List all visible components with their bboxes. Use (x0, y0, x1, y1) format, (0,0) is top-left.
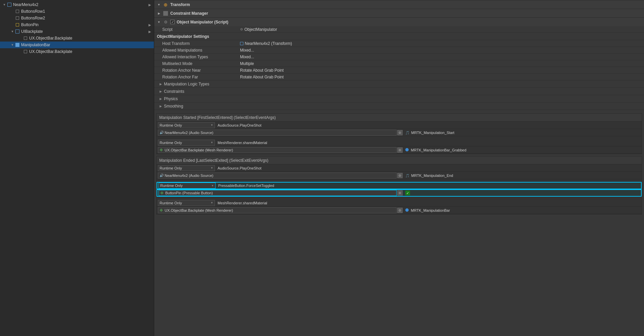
script-value: ⚙ ObjectManipulator (240, 27, 641, 32)
event-dropdown-me-3[interactable]: Runtime Only ▼ (158, 200, 215, 206)
constraints-header[interactable]: Constraints (154, 88, 644, 95)
smoothing-header[interactable]: Smoothing (154, 103, 644, 110)
tree-item-ux-objectbar-backplate-1[interactable]: UX.ObjectBar.Backplate (0, 35, 154, 42)
event-dropdown-ms-2-label: Runtime Only (160, 141, 182, 145)
event-object-field-ms-2[interactable]: UX.ObjectBar.Backplate (Mesh Renderer) (158, 147, 397, 153)
event-value-me-3: MRTK_ManipulationBar (403, 208, 641, 212)
chevron-manipulationbar (11, 43, 14, 47)
event-dropdown-me-2[interactable]: Runtime Only ▼ (159, 183, 216, 189)
script-property-row: Script ⚙ ObjectManipulator (154, 26, 644, 33)
event-function-me-3: MeshRenderer.sharedMaterial (216, 201, 640, 205)
buttonsrow1-icon (15, 9, 20, 14)
object-manipulator-section-header[interactable]: ⚙ Object Manipulator (Script) (154, 17, 644, 26)
event-dropdown-ms-2[interactable]: Runtime Only ▼ (158, 140, 215, 146)
chevron-nearmenu4x2 (3, 3, 6, 6)
host-transform-label: Host Transform (160, 41, 240, 46)
ux2-icon (23, 49, 28, 54)
expand-arrow-uibackplate: ▶ (149, 30, 151, 33)
constraint-icon (163, 11, 168, 16)
event-target-btn-me-3[interactable]: ⊙ (397, 208, 403, 213)
event-spacer-me-2 (157, 197, 642, 199)
event-object-row-me-1: 🔊 NearMenu4x2 (Audio Source) ⊙ 🎵 MRTK_Ma… (157, 172, 642, 179)
event-object-row-me-2: ButtonPin (Pressable Button) ⊙ ✓ (157, 189, 642, 197)
tree-item-uibackplate[interactable]: UIBackplate ▶ (0, 28, 154, 35)
event-target-btn-me-1[interactable]: ⊙ (397, 173, 403, 178)
transform-title: Transform (170, 2, 190, 7)
event-target-btn-me-2[interactable]: ⊙ (397, 190, 403, 196)
hierarchy-panel[interactable]: NearMenu4x2 ▶ ButtonsRow1 ButtonsRow2 Bu… (0, 0, 154, 336)
nearmenu4x2-label: NearMenu4x2 (13, 2, 38, 7)
ux1-icon (23, 36, 28, 41)
manipulation-logic-types-header[interactable]: Manipulation Logic Types (154, 80, 644, 88)
mesh-icon-me-2 (160, 191, 164, 195)
tree-item-buttonpin[interactable]: ButtonPin ▶ (0, 21, 154, 28)
event-dropdown-me-3-label: Runtime Only (160, 201, 182, 205)
constraint-section-header[interactable]: Constraint Manager (154, 9, 644, 17)
rotation-anchor-far-label: Rotation Anchor Far (160, 75, 240, 79)
event-object-me-2-label: ButtonPin (Pressable Button) (165, 191, 213, 195)
object-manipulator-icon: ⚙ (163, 19, 168, 25)
object-manipulator-toggle (157, 20, 161, 24)
event-object-field-me-3[interactable]: UX.ObjectBar.Backplate (Mesh Renderer) (158, 207, 397, 213)
multiselect-mode-value: Multiple (240, 61, 641, 66)
event-dropdown-ms-1-label: Runtime Only (160, 123, 182, 127)
event-function-ms-1: AudioSource.PlayOneShot (216, 123, 640, 127)
allowed-manipulations-row: Allowed Manipulations Mixed... (154, 47, 644, 54)
event-row-me-3: Runtime Only ▼ MeshRenderer.sharedMateri… (157, 199, 642, 207)
transform-toggle (157, 3, 161, 7)
event-object-row-me-3: UX.ObjectBar.Backplate (Mesh Renderer) ⊙… (157, 207, 642, 214)
script-label: Script (160, 27, 240, 32)
object-manipulator-title: Object Manipulator (Script) (177, 20, 228, 24)
tree-item-nearmenu4x2[interactable]: NearMenu4x2 ▶ (0, 1, 154, 8)
event-function-ms-2: MeshRenderer.sharedMaterial (216, 141, 640, 145)
transform-section-header[interactable]: ⊕ Transform (154, 0, 644, 9)
constraint-toggle (157, 11, 161, 15)
event-dropdown-me-1[interactable]: Runtime Only ▼ (158, 165, 215, 171)
manipulationbar-label: ManipulationBar (21, 43, 50, 47)
event-value-me-2: ✓ (403, 191, 640, 195)
manipulation-started-section: Manipulation Started [FirstSelectEntered… (156, 113, 642, 154)
mesh-icon-ms-2 (160, 148, 163, 152)
event-target-btn-ms-1[interactable]: ⊙ (397, 130, 403, 135)
constraints-label: Constraints (164, 89, 184, 94)
transform-icon: ⊕ (163, 2, 168, 7)
object-manipulator-checkbox[interactable] (170, 20, 175, 24)
event-object-field-ms-1[interactable]: 🔊 NearMenu4x2 (Audio Source) (158, 130, 397, 136)
event-target-btn-ms-2[interactable]: ⊙ (397, 147, 403, 153)
script-value-text: ObjectManipulator (244, 27, 277, 32)
event-object-field-me-1[interactable]: 🔊 NearMenu4x2 (Audio Source) (158, 173, 397, 179)
manipulation-ended-header: Manipulation Ended [LastSelectExited] (S… (157, 156, 642, 164)
event-dropdown-me-3-arrow: ▼ (211, 201, 213, 204)
event-object-field-me-2[interactable]: ButtonPin (Pressable Button) (159, 190, 397, 196)
script-icon: ⚙ (240, 27, 243, 31)
dot-blue-me-3 (405, 208, 409, 212)
music-icon-ms-1: 🎵 (405, 131, 409, 135)
event-dropdown-ms-1[interactable]: Runtime Only ▼ (158, 122, 215, 128)
checkmark-me-2: ✓ (405, 191, 410, 195)
event-object-me-3-label: UX.ObjectBar.Backplate (Mesh Renderer) (165, 208, 233, 212)
tree-item-manipulationbar[interactable]: ManipulationBar (0, 42, 154, 48)
event-row-me-1: Runtime Only ▼ AudioSource.PlayOneShot (157, 164, 642, 172)
constraints-chevron (160, 90, 162, 93)
allowed-interaction-types-label: Allowed Interaction Types (160, 55, 240, 59)
mesh-icon-me-3 (160, 209, 163, 212)
manipulation-started-title: Manipulation Started [FirstSelectEntered… (159, 115, 276, 120)
event-object-ms-2-label: UX.ObjectBar.Backplate (Mesh Renderer) (165, 148, 233, 152)
allowed-interaction-types-row: Allowed Interaction Types Mixed... (154, 54, 644, 60)
manipulation-logic-label: Manipulation Logic Types (164, 82, 209, 86)
buttonpin-label: ButtonPin (21, 22, 39, 27)
event-value-me-1: 🎵 MRTK_Manipulation_End (403, 174, 641, 178)
buttonsrow1-label: ButtonsRow1 (21, 9, 45, 14)
tree-item-ux-objectbar-backplate-2[interactable]: UX.ObjectBar.Backplate (0, 48, 154, 55)
tree-item-buttonsrow1[interactable]: ButtonsRow1 (0, 8, 154, 15)
multiselect-mode-row: Multiselect Mode Multiple (154, 60, 644, 67)
buttonpin-icon (15, 22, 20, 27)
event-object-row-ms-1: 🔊 NearMenu4x2 (Audio Source) ⊙ 🎵 MRTK_Ma… (157, 129, 642, 136)
tree-item-buttonsrow2[interactable]: ButtonsRow2 (0, 15, 154, 21)
manipulation-started-header: Manipulation Started [FirstSelectEntered… (157, 114, 642, 122)
audio-icon-me-1: 🔊 (160, 174, 164, 177)
multiselect-mode-label: Multiselect Mode (160, 61, 240, 66)
uibackplate-label: UIBackplate (21, 29, 43, 34)
rotation-anchor-far-row: Rotation Anchor Far Rotate About Grab Po… (154, 74, 644, 80)
physics-header[interactable]: Physics (154, 95, 644, 103)
